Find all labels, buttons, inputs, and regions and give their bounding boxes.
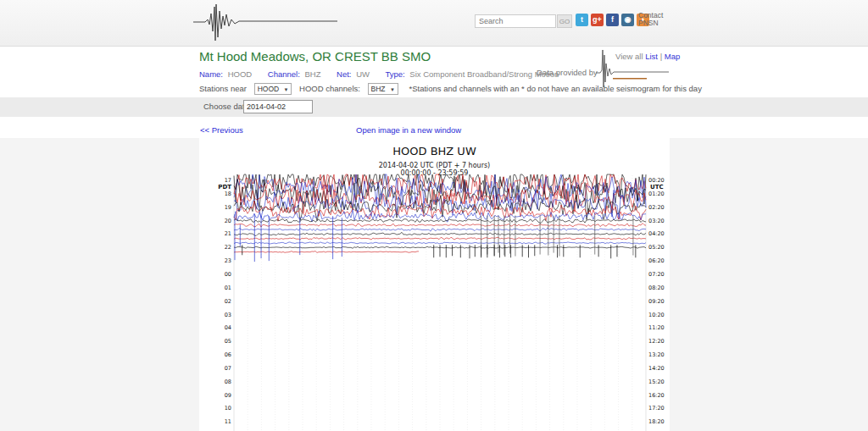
- googleplus-icon[interactable]: g+: [591, 14, 604, 26]
- contact-line2[interactable]: PNSN: [638, 19, 663, 27]
- svg-text:04: 04: [225, 324, 231, 331]
- page-title: Mt Hood Meadows, OR CREST BB SMO: [199, 49, 431, 64]
- mini-seismic-squiggle-icon: [596, 50, 669, 87]
- svg-text:09: 09: [225, 392, 231, 399]
- choose-date-band: Choose date: [0, 97, 868, 117]
- channel-value: BHZ: [304, 69, 320, 79]
- svg-text:PDT: PDT: [218, 184, 231, 191]
- name-label: Name:: [199, 69, 223, 79]
- svg-text:05:20: 05:20: [648, 244, 665, 251]
- chevron-down-icon: ▼: [284, 87, 289, 92]
- svg-text:01: 01: [225, 285, 231, 291]
- svg-text:00:20: 00:20: [648, 177, 665, 184]
- svg-text:01:20: 01:20: [648, 191, 665, 197]
- stations-near-select[interactable]: HOOD ▼: [254, 83, 292, 95]
- svg-text:17:20: 17:20: [648, 405, 665, 412]
- seismic-squiggle-icon: [193, 4, 337, 41]
- helicorder-plot: 1718192021222300010203040506070809101100…: [199, 174, 670, 431]
- svg-text:16:20: 16:20: [648, 392, 665, 399]
- stations-near-value: HOOD: [258, 85, 280, 93]
- svg-text:12:20: 12:20: [648, 338, 665, 345]
- svg-text:11: 11: [225, 418, 231, 425]
- chevron-down-icon: ▼: [390, 87, 395, 92]
- svg-text:04:20: 04:20: [648, 230, 665, 237]
- channels-label: HOOD channels:: [299, 84, 360, 93]
- data-provided-by-label: Data provided by: [537, 68, 598, 77]
- chart-title: HOOD BHZ UW: [199, 145, 670, 157]
- pnsn-logo[interactable]: [193, 2, 342, 44]
- svg-text:11:20: 11:20: [648, 324, 665, 331]
- svg-text:07:20: 07:20: [648, 271, 665, 278]
- facebook-icon[interactable]: f: [606, 14, 619, 26]
- svg-text:18:20: 18:20: [648, 418, 665, 425]
- svg-text:UTC: UTC: [650, 184, 664, 191]
- svg-text:18: 18: [225, 191, 231, 197]
- chart-subtitle-date: 2014-04-02 UTC (PDT + 7 hours): [199, 162, 670, 169]
- svg-text:03: 03: [225, 312, 231, 318]
- svg-text:08:20: 08:20: [648, 285, 665, 291]
- station-meta: Name: HOOD Channel: BHZ Net: UW Type: Si…: [199, 69, 572, 79]
- svg-text:06: 06: [225, 351, 231, 358]
- instagram-icon[interactable]: ◉: [621, 14, 634, 26]
- site-header: GO tg+f◉◗ Contact PNSN: [0, 0, 868, 47]
- svg-text:14:20: 14:20: [648, 365, 665, 372]
- previous-day-link[interactable]: << Previous: [200, 125, 243, 135]
- svg-text:02: 02: [225, 298, 231, 305]
- twitter-icon[interactable]: t: [576, 14, 588, 26]
- svg-text:19: 19: [225, 204, 231, 211]
- svg-text:05: 05: [225, 338, 231, 345]
- asterisk-note: *Stations and channels with an * do not …: [409, 84, 702, 93]
- search-input[interactable]: [475, 14, 556, 28]
- station-controls: Stations near HOOD ▼ HOOD channels: BHZ …: [199, 83, 702, 95]
- stations-near-label: Stations near: [199, 84, 247, 93]
- pnsn-webicorder-page: GO tg+f◉◗ Contact PNSN Mt Hood Meadows, …: [0, 0, 868, 431]
- svg-text:08: 08: [225, 379, 231, 385]
- svg-text:21: 21: [225, 230, 231, 237]
- channels-select[interactable]: BHZ ▼: [368, 83, 398, 95]
- channels-value: BHZ: [371, 85, 386, 93]
- webicorder-image: HOOD BHZ UW 2014-04-02 UTC (PDT + 7 hour…: [199, 138, 670, 431]
- svg-text:10:20: 10:20: [648, 312, 665, 318]
- name-value: HOOD: [228, 69, 253, 79]
- search-go-button[interactable]: GO: [557, 14, 572, 28]
- svg-text:22: 22: [225, 244, 231, 251]
- svg-text:17: 17: [225, 177, 231, 184]
- svg-text:06:20: 06:20: [648, 257, 665, 264]
- svg-text:02:20: 02:20: [648, 204, 665, 211]
- open-image-link[interactable]: Open image in a new window: [356, 125, 461, 135]
- svg-text:15:20: 15:20: [648, 379, 665, 385]
- date-input[interactable]: [243, 100, 313, 113]
- svg-text:00: 00: [225, 271, 231, 278]
- choose-date-label: Choose date: [203, 102, 249, 111]
- svg-text:09:20: 09:20: [648, 298, 665, 305]
- svg-text:03:20: 03:20: [648, 218, 665, 224]
- mini-logo-underline: [613, 78, 647, 80]
- net-value: UW: [356, 69, 370, 79]
- svg-text:23: 23: [225, 257, 231, 264]
- svg-text:07: 07: [225, 365, 231, 372]
- channel-label: Channel:: [268, 69, 300, 79]
- net-label: Net:: [337, 69, 351, 79]
- contact-pnsn-link[interactable]: Contact PNSN: [638, 12, 663, 27]
- svg-text:13:20: 13:20: [648, 351, 665, 358]
- type-label: Type:: [385, 69, 404, 79]
- svg-text:20: 20: [225, 218, 231, 224]
- svg-text:10: 10: [225, 405, 231, 412]
